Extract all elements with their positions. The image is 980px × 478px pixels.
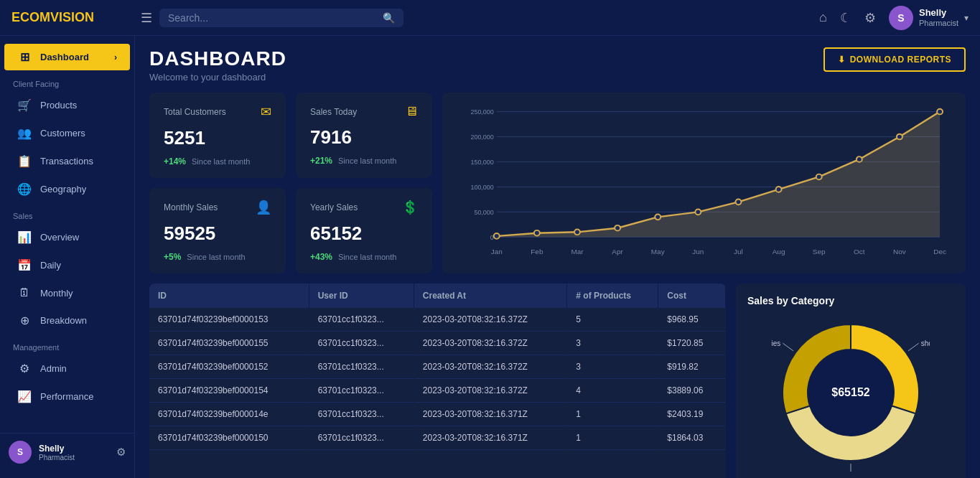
svg-text:250,000: 250,000 (470, 109, 493, 116)
svg-text:Feb: Feb (531, 248, 543, 256)
table-cell: 5 (567, 308, 658, 332)
kpi-change-2: +5% (164, 252, 181, 262)
table-row[interactable]: 63701d74f03239bef000015363701cc1f0323...… (149, 308, 726, 332)
kpi-total-customers: Total Customers ✉ 5251 +14% Since last m… (149, 93, 286, 178)
col-userid: User ID (309, 283, 414, 308)
table-row[interactable]: 63701d74f03239bef000014e63701cc1f0323...… (149, 403, 726, 426)
kpi-change-0: +14% (164, 156, 186, 167)
kpi-icon-1: 🖥 (405, 104, 418, 119)
sidebar-item-customers[interactable]: 👥 Customers (4, 120, 130, 146)
sidebar-item-monthly[interactable]: 🗓 Monthly (4, 280, 130, 306)
app-logo: ECOMVISION (11, 10, 141, 25)
sidebar-item-overview[interactable]: 📊 Overview (4, 224, 130, 250)
table-cell: 63701cc1f0323... (309, 332, 414, 355)
table-cell: $1720.85 (658, 332, 726, 355)
kpi-since-2: Since last month (187, 253, 245, 261)
svg-text:Sep: Sep (813, 248, 826, 256)
svg-text:100,000: 100,000 (470, 184, 493, 191)
breakdown-icon: ⊕ (17, 314, 32, 327)
sidebar-item-transactions[interactable]: 📋 Transactions (4, 148, 130, 174)
svg-text:Jan: Jan (491, 248, 503, 256)
settings-icon[interactable]: ⚙ (864, 10, 876, 26)
moon-icon[interactable]: ☾ (840, 10, 851, 26)
donut-center-value: $65152 (831, 386, 869, 399)
sidebar-gear-icon[interactable]: ⚙ (116, 446, 126, 459)
svg-point-23 (937, 109, 943, 115)
sidebar-item-daily[interactable]: 📅 Daily (4, 252, 130, 278)
kpi-icon-3: 💲 (402, 200, 418, 215)
page-title-block: DASHBOARD Welcome to your dashboard (149, 47, 286, 83)
svg-text:Dec: Dec (933, 248, 946, 256)
page-title: DASHBOARD (149, 47, 286, 70)
sidebar-item-products[interactable]: 🛒 Products (4, 92, 130, 118)
transactions-icon: 📋 (17, 154, 32, 168)
table-row[interactable]: 63701d74f03239bef000015063701cc1f0323...… (149, 426, 726, 450)
overview-icon: 📊 (17, 230, 32, 244)
col-products: # of Products (567, 283, 658, 308)
user-menu[interactable]: S Shelly Pharmacist ▾ (889, 6, 969, 30)
search-bar[interactable]: 🔍 (159, 9, 403, 27)
table-cell: 2023-03-20T08:32:16.372Z (414, 355, 567, 379)
hamburger-icon[interactable]: ☰ (141, 10, 152, 26)
table-cell: 2023-03-20T08:32:16.372Z (414, 332, 567, 355)
kpi-since-3: Since last month (338, 253, 396, 261)
chevron-right-icon: › (114, 52, 117, 62)
user-avatar: S (889, 6, 913, 30)
svg-point-21 (857, 156, 862, 162)
table-cell: 63701cc1f0323... (309, 308, 414, 332)
sidebar-item-geography[interactable]: 🌐 Geography (4, 176, 130, 202)
table-cell: $968.95 (658, 308, 726, 332)
transactions-body: 63701d74f03239bef000015363701cc1f0323...… (149, 308, 726, 450)
main-content: DASHBOARD Welcome to your dashboard ⬇ DO… (135, 36, 980, 478)
sidebar-item-admin[interactable]: ⚙ Admin (4, 355, 130, 382)
search-input[interactable] (168, 12, 377, 24)
kpi-value-1: 7916 (310, 126, 418, 149)
kpi-label-2: Monthly Sales (164, 202, 218, 212)
table-row[interactable]: 63701d74f03239bef000015463701cc1f0323...… (149, 379, 726, 403)
kpi-since-1: Since last month (338, 156, 396, 165)
kpi-grid: Total Customers ✉ 5251 +14% Since last m… (149, 93, 432, 273)
transactions-table: ID User ID Created At # of Products Cost… (149, 283, 726, 478)
kpi-label-0: Total Customers (164, 107, 226, 117)
products-icon: 🛒 (17, 98, 32, 112)
table-cell: 2023-03-20T08:32:16.372Z (414, 308, 567, 332)
svg-text:50,000: 50,000 (474, 209, 493, 216)
performance-icon: 📈 (17, 390, 32, 403)
monthly-icon: 🗓 (17, 286, 32, 299)
page-header: DASHBOARD Welcome to your dashboard ⬇ DO… (149, 47, 966, 83)
table-cell: 63701d74f03239bef0000152 (149, 355, 309, 379)
table-cell: $1864.03 (658, 426, 726, 450)
user-role-display: Pharmacist (919, 19, 958, 28)
svg-text:Mar: Mar (571, 248, 584, 256)
kpi-monthly-sales: Monthly Sales 👤 59525 +5% Since last mon… (149, 188, 286, 273)
table-cell: 1 (567, 403, 658, 426)
sidebar-item-breakdown[interactable]: ⊕ Breakdown (4, 307, 130, 334)
line-chart-card: 050,000100,000150,000200,000250,000JanFe… (442, 93, 966, 273)
table-cell: 4 (567, 379, 658, 403)
table-cell: 3 (567, 355, 658, 379)
table-row[interactable]: 63701d74f03239bef000015563701cc1f0323...… (149, 332, 726, 355)
svg-point-19 (776, 187, 782, 192)
admin-icon: ⚙ (17, 362, 32, 375)
kpi-change-1: +21% (310, 156, 332, 166)
kpi-since-0: Since last month (192, 157, 250, 166)
github-icon[interactable]: ⌂ (819, 10, 827, 25)
nav-right: ⌂ ☾ ⚙ S Shelly Pharmacist ▾ (819, 6, 969, 30)
line-chart: 050,000100,000150,000200,000250,000JanFe… (454, 100, 954, 258)
download-reports-button[interactable]: ⬇ DOWNLOAD REPORTS (823, 47, 966, 72)
table-cell: 1 (567, 426, 658, 450)
svg-point-18 (735, 200, 741, 205)
kpi-change-3: +43% (310, 252, 332, 262)
svg-text:Jun: Jun (692, 248, 704, 256)
sidebar-user-role: Pharmacist (39, 454, 75, 461)
table-cell: 2023-03-20T08:32:16.372Z (414, 379, 567, 403)
page-subtitle: Welcome to your dashboard (149, 72, 286, 83)
table-row[interactable]: 63701d74f03239bef000015263701cc1f0323...… (149, 355, 726, 379)
sidebar: ⊞ Dashboard › Client Facing 🛒 Products 👥… (0, 36, 135, 478)
table-cell: 63701cc1f0323... (309, 426, 414, 450)
svg-text:150,000: 150,000 (470, 159, 493, 166)
sidebar-item-performance[interactable]: 📈 Performance (4, 383, 130, 410)
management-label: Management (0, 334, 134, 355)
body-layout: ⊞ Dashboard › Client Facing 🛒 Products 👥… (0, 36, 980, 478)
sidebar-item-dashboard[interactable]: ⊞ Dashboard › (4, 44, 130, 70)
